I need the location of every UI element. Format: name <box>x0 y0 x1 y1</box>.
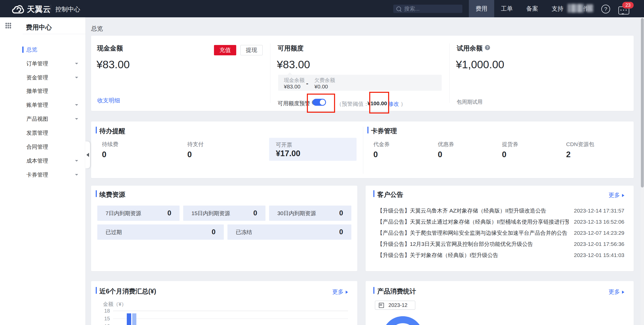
sidebar-item-cost[interactable]: 成本管理 <box>16 156 85 166</box>
stat-value: 0 <box>373 150 390 159</box>
title-accent-bar <box>96 190 97 197</box>
income-expense-detail-link[interactable]: 收支明细 <box>97 97 120 104</box>
top-navbar: 天翼云 控制中心 费用 工单 备案 支持 合作 ? 23 <box>0 0 644 17</box>
coupon-pickup-stat[interactable]: 提货券 0 <box>502 141 518 159</box>
calendar-icon <box>379 303 384 308</box>
nav-item-support[interactable]: 支持 <box>545 0 570 17</box>
announcement-row[interactable]: 【产品公告】天翼云禁止通过对象存储（经典版）II型桶域名使用分享链接进行预览的功… <box>377 216 624 227</box>
bar-consumption-light <box>132 313 136 325</box>
todo-title: 待办提醒 <box>99 127 125 135</box>
renew-tile-frozen[interactable]: 已冻结 0 <box>227 224 351 240</box>
bar-consumption-dark <box>127 313 131 325</box>
sidebar-item-product-view[interactable]: 产品视图 <box>16 114 85 124</box>
stat-value: ¥17.00 <box>276 149 300 158</box>
todo-renewal-stat[interactable]: 待续费 0 <box>102 141 118 159</box>
sidebar-item-overview[interactable]: 总览 <box>16 44 85 55</box>
user-avatar-redacted[interactable] <box>586 4 593 12</box>
nav-item-icp[interactable]: 备案 <box>520 0 545 17</box>
announcements-more-link[interactable]: 更多 <box>609 191 624 199</box>
announcement-row[interactable]: 【升级公告】12月3日天翼云官网及控制台部分功能优化升级公告 2023-12-0… <box>377 238 624 250</box>
search-icon <box>396 6 401 11</box>
debt-balance-label: 欠费余额 <box>314 77 335 84</box>
coupon-cash-stat[interactable]: 代金券 0 <box>373 141 390 159</box>
threshold-value: ¥100.00 <box>367 100 387 107</box>
announcement-row[interactable]: 【升级公告】天翼云乌鲁木齐 AZ对象存储（经典版）II型升级改造公告 2023-… <box>377 205 624 216</box>
renew-tile-15day[interactable]: 15日内到期资源 0 <box>183 206 265 221</box>
recharge-button[interactable]: 充值 <box>214 45 236 55</box>
chevron-down-icon <box>75 104 78 106</box>
more-arrow-icon <box>622 291 624 294</box>
cash-balance-label: 现金余额 <box>284 77 305 84</box>
toggle-knob <box>320 100 325 105</box>
consumption-summary-card: 近6个月消费汇总(¥) 更多 金额（¥） 18 15 12 <box>91 281 357 325</box>
announcement-text: 【产品公告】关于爬虫管理和网站安全监测与边缘安全加速平台产品合并的公告 <box>377 229 567 237</box>
trial-balance-value: ¥1,000.00 <box>456 58 504 71</box>
announcement-row[interactable]: 【产品公告】关于爬虫管理和网站安全监测与边缘安全加速平台产品合并的公告 2023… <box>377 227 624 238</box>
consumption-more-link[interactable]: 更多 <box>332 288 348 296</box>
coupon-cdn-package-stat[interactable]: CDN资源包 2 <box>566 141 594 159</box>
announcement-text: 【升级公告】天翼云乌鲁木齐 AZ对象存储（经典版）II型升级改造公告 <box>377 207 546 214</box>
trial-balance-help-icon[interactable]: ? <box>485 45 490 50</box>
card-section-divider <box>449 43 450 103</box>
sidebar-item-coupons[interactable]: 卡券管理 <box>16 170 85 180</box>
nav-item-billing[interactable]: 费用 <box>469 0 494 17</box>
product-stats-title: 产品消费统计 <box>377 287 416 296</box>
consumption-title: 近6个月消费汇总(¥) <box>99 287 156 296</box>
app-launcher-strip <box>0 17 17 325</box>
todo-payment-stat[interactable]: 待支付 0 <box>187 141 204 159</box>
withdraw-button[interactable]: 提现 <box>240 45 263 55</box>
threshold-prefix: （预警阈值： <box>336 100 369 108</box>
more-label: 更多 <box>609 191 620 199</box>
sidebar-item-label: 成本管理 <box>26 157 48 164</box>
stat-label: 代金券 <box>373 141 390 148</box>
tile-label: 15日内到期资源 <box>191 210 230 217</box>
y-tick-15: 15 <box>98 316 110 322</box>
quota-alert-toggle[interactable] <box>313 99 326 106</box>
username-redacted[interactable] <box>568 4 584 13</box>
search-input[interactable] <box>404 5 456 12</box>
renew-tile-30day[interactable]: 30日内到期资源 0 <box>269 206 351 221</box>
chevron-down-icon <box>75 118 78 120</box>
app-grid-icon[interactable] <box>5 22 11 29</box>
tile-value: 0 <box>253 209 257 217</box>
more-arrow-icon <box>622 194 624 197</box>
tile-label: 已过期 <box>106 229 122 236</box>
stat-label: 优惠券 <box>438 141 454 148</box>
sidebar-collapse-handle[interactable] <box>85 141 90 168</box>
sidebar-item-bills[interactable]: 账单管理 <box>16 100 85 110</box>
sidebar-item-invoices[interactable]: 发票管理 <box>16 128 85 138</box>
card-section-divider <box>270 43 270 103</box>
available-quota-title: 可用额度 <box>278 44 304 52</box>
sidebar-item-label: 卡券管理 <box>26 171 48 178</box>
announcement-date: 2023-12-01 17:56:36 <box>574 241 624 247</box>
more-arrow-icon <box>346 291 348 294</box>
renew-title: 续费资源 <box>99 190 125 199</box>
renew-tile-7day[interactable]: 7日内到期资源 0 <box>97 206 180 221</box>
todo-invoiceable-stat[interactable]: 可开票 ¥17.00 <box>269 138 357 161</box>
renew-tile-expired[interactable]: 已过期 0 <box>97 224 224 240</box>
y-tick-18: 18 <box>98 308 110 314</box>
sidebar-item-cancellation[interactable]: 撤单管理 <box>16 86 85 96</box>
modify-threshold-link[interactable]: 修改 <box>388 100 399 108</box>
title-accent-bar <box>373 190 374 197</box>
month-picker[interactable]: 2023-12 <box>375 301 415 310</box>
product-stats-more-link[interactable]: 更多 <box>609 288 624 296</box>
console-center-label[interactable]: 控制中心 <box>55 5 80 13</box>
customer-announcements-card: 客户公告 更多 【升级公告】天翼云乌鲁木齐 AZ对象存储（经典版）II型升级改造… <box>366 186 634 271</box>
message-dots-icon <box>620 10 627 11</box>
scrollbar-thumb[interactable] <box>641 18 644 187</box>
chevron-down-icon <box>75 174 78 176</box>
global-search[interactable] <box>393 5 462 13</box>
title-accent-bar <box>367 127 368 133</box>
help-icon[interactable]: ? <box>601 5 610 13</box>
nav-item-tickets[interactable]: 工单 <box>494 0 520 17</box>
announcement-row[interactable]: 【升级公告】关于对象存储（经典版）I型升级公告 2023-12-01 15:41… <box>377 250 624 261</box>
sidebar-item-contracts[interactable]: 合同管理 <box>16 142 85 152</box>
sidebar-item-orders[interactable]: 订单管理 <box>16 58 85 69</box>
coupon-discount-stat[interactable]: 优惠券 0 <box>438 141 454 159</box>
stat-label: 可开票 <box>276 141 292 148</box>
active-indicator-bar <box>22 47 24 53</box>
sidebar-item-label: 撤单管理 <box>26 87 48 95</box>
sidebar-item-funds[interactable]: 资金管理 <box>16 72 85 83</box>
announcement-date: 2023-12-01 15:41:03 <box>574 252 624 258</box>
